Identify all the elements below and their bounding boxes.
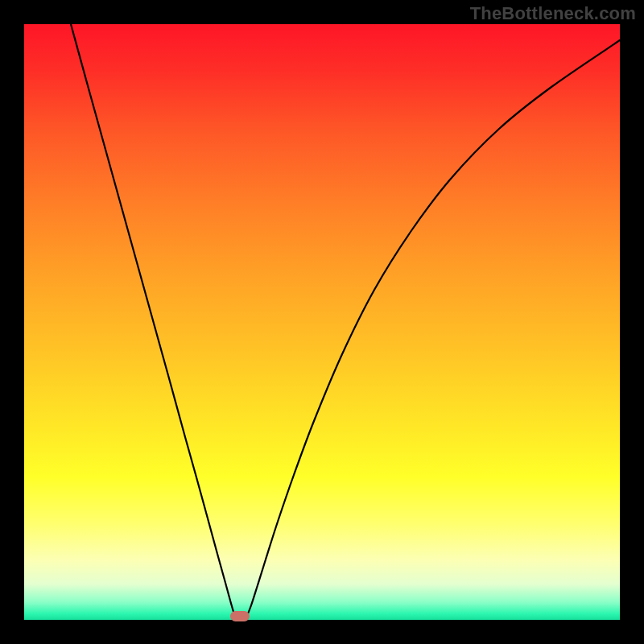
curve-left-branch <box>71 24 235 617</box>
curve-right-branch <box>246 40 620 617</box>
min-marker <box>230 611 250 621</box>
chart-curve-svg <box>24 24 620 620</box>
watermark-text: TheBottleneck.com <box>470 3 636 24</box>
chart-plot-area <box>24 24 620 620</box>
